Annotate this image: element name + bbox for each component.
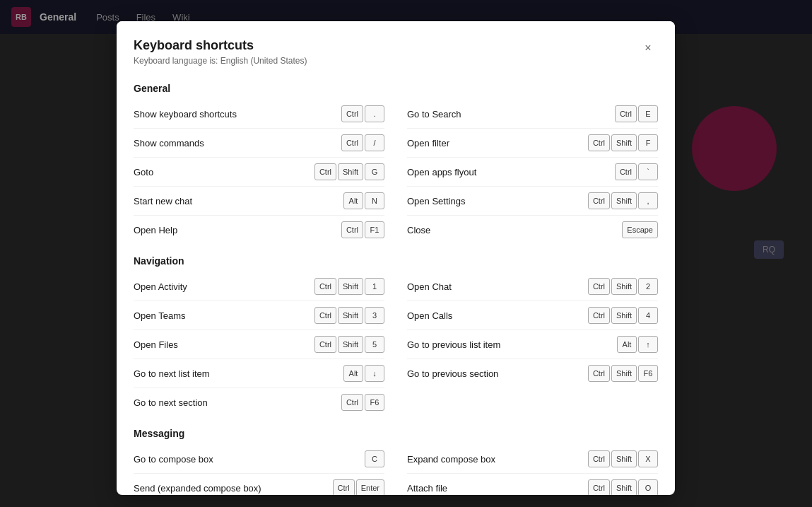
shortcut-keys: Ctrl Shift F	[588, 134, 658, 151]
shortcut-close: Close Escape	[407, 216, 658, 244]
key-ctrl: Ctrl	[341, 105, 363, 122]
shortcut-label: Open apps flyout	[407, 167, 615, 177]
key-ctrl: Ctrl	[341, 134, 363, 151]
key-shift: Shift	[611, 192, 637, 209]
key-ctrl: Ctrl	[314, 336, 336, 353]
shortcut-go-to-compose-box: Go to compose box C	[134, 445, 384, 474]
key-down: ↓	[365, 365, 384, 382]
modal-body: General Show keyboard shortcuts Ctrl . S…	[117, 83, 675, 495]
key-shift: Shift	[611, 134, 637, 151]
key-f6: F6	[365, 394, 384, 411]
shortcut-open-teams: Open Teams Ctrl Shift 3	[134, 301, 384, 330]
shortcut-label: Open Teams	[134, 310, 314, 321]
shortcut-label: Go to next section	[134, 397, 341, 408]
shortcut-open-chat: Open Chat Ctrl Shift 2	[407, 272, 658, 301]
messaging-right-col: Expand compose box Ctrl Shift X Attach f…	[407, 445, 658, 495]
shortcut-label: Open Chat	[407, 281, 588, 292]
shortcut-go-to-next-section: Go to next section Ctrl F6	[134, 388, 384, 416]
key-comma: ,	[638, 192, 658, 209]
key-1: 1	[365, 278, 384, 295]
key-escape: Escape	[622, 221, 658, 238]
shortcut-keys: Ctrl E	[615, 105, 658, 122]
key-3: 3	[365, 307, 384, 324]
key-shift: Shift	[611, 278, 637, 295]
shortcut-label: Start new chat	[134, 196, 343, 206]
key-ctrl: Ctrl	[588, 450, 610, 467]
shortcut-keys: Ctrl Shift 3	[314, 307, 384, 324]
key-slash: /	[365, 134, 384, 151]
key-5: 5	[365, 336, 384, 353]
shortcut-open-help: Open Help Ctrl F1	[134, 216, 384, 244]
key-enter: Enter	[356, 479, 384, 495]
key-ctrl: Ctrl	[588, 479, 610, 495]
section-title-messaging: Messaging	[134, 428, 658, 439]
shortcut-keys: Ctrl Shift 2	[588, 278, 658, 295]
shortcut-keys: Ctrl `	[615, 163, 658, 180]
shortcut-open-apps-flyout: Open apps flyout Ctrl `	[407, 158, 658, 187]
shortcut-go-to-previous-list-item: Go to previous list item Alt ↑	[407, 330, 658, 359]
shortcut-keys: Ctrl Shift 4	[588, 307, 658, 324]
shortcut-label: Open Settings	[407, 196, 588, 206]
modal-title: Keyboard shortcuts	[134, 38, 307, 53]
shortcut-label: Expand compose box	[407, 454, 588, 465]
modal-header: Keyboard shortcuts Keyboard language is:…	[117, 21, 675, 71]
shortcut-expand-compose-box: Expand compose box Ctrl Shift X	[407, 445, 658, 474]
shortcut-open-activity: Open Activity Ctrl Shift 1	[134, 272, 384, 301]
section-messaging-grid: Go to compose box C Send (expanded compo…	[134, 445, 658, 495]
key-dot: .	[365, 105, 384, 122]
shortcut-label: Go to compose box	[134, 454, 365, 465]
key-ctrl: Ctrl	[615, 163, 637, 180]
key-shift: Shift	[338, 163, 363, 180]
navigation-left-col: Open Activity Ctrl Shift 1 Open Teams Ct…	[134, 272, 384, 416]
shortcut-label: Go to previous section	[407, 368, 588, 379]
shortcut-label: Show commands	[134, 138, 341, 148]
key-alt: Alt	[343, 192, 363, 209]
key-f: F	[638, 134, 658, 151]
shortcut-keys: Alt ↑	[617, 336, 658, 353]
shortcut-keys: Ctrl Shift F6	[588, 365, 658, 382]
shortcut-label: Go to Search	[407, 109, 615, 120]
shortcut-keys: Ctrl Shift ,	[588, 192, 658, 209]
shortcut-keys: Ctrl Enter	[333, 479, 384, 495]
section-navigation-grid: Open Activity Ctrl Shift 1 Open Teams Ct…	[134, 272, 658, 416]
shortcut-keys: Ctrl F1	[341, 221, 384, 238]
shortcut-label: Close	[407, 225, 622, 235]
shortcut-keys: Escape	[622, 221, 658, 238]
key-f1: F1	[365, 221, 384, 238]
shortcut-keys: Ctrl Shift O	[588, 479, 658, 495]
key-shift: Shift	[611, 479, 637, 495]
section-title-navigation: Navigation	[134, 255, 658, 267]
key-ctrl: Ctrl	[314, 307, 336, 324]
key-ctrl: Ctrl	[333, 479, 355, 495]
key-shift: Shift	[338, 278, 363, 295]
key-up: ↑	[638, 336, 658, 353]
key-ctrl: Ctrl	[341, 221, 363, 238]
navigation-right-col: Open Chat Ctrl Shift 2 Open Calls Ctrl S…	[407, 272, 658, 416]
general-left-col: Show keyboard shortcuts Ctrl . Show comm…	[134, 100, 384, 244]
key-ctrl: Ctrl	[314, 163, 336, 180]
key-o: O	[638, 479, 658, 495]
shortcut-go-to-search: Go to Search Ctrl E	[407, 100, 658, 129]
shortcut-keys: Alt N	[343, 192, 384, 209]
key-ctrl: Ctrl	[588, 278, 610, 295]
keyboard-shortcuts-modal: Keyboard shortcuts Keyboard language is:…	[117, 21, 675, 495]
shortcut-label: Open Help	[134, 225, 341, 235]
modal-close-button[interactable]: ×	[638, 38, 658, 58]
shortcut-keys: Ctrl Shift 1	[314, 278, 384, 295]
messaging-left-col: Go to compose box C Send (expanded compo…	[134, 445, 384, 495]
shortcut-label: Open Files	[134, 339, 314, 350]
key-ctrl: Ctrl	[588, 192, 610, 209]
key-ctrl: Ctrl	[615, 105, 637, 122]
key-ctrl: Ctrl	[588, 307, 610, 324]
key-shift: Shift	[338, 336, 363, 353]
key-shift: Shift	[611, 365, 637, 382]
modal-title-area: Keyboard shortcuts Keyboard language is:…	[134, 38, 307, 66]
section-general-grid: Show keyboard shortcuts Ctrl . Show comm…	[134, 100, 658, 244]
shortcut-label: Open Calls	[407, 310, 588, 321]
shortcut-label: Go to previous list item	[407, 339, 617, 350]
shortcut-label: Open Activity	[134, 281, 314, 292]
key-backtick: `	[638, 163, 658, 180]
key-shift: Shift	[611, 450, 637, 467]
shortcut-label: Show keyboard shortcuts	[134, 109, 341, 120]
key-shift: Shift	[611, 307, 637, 324]
